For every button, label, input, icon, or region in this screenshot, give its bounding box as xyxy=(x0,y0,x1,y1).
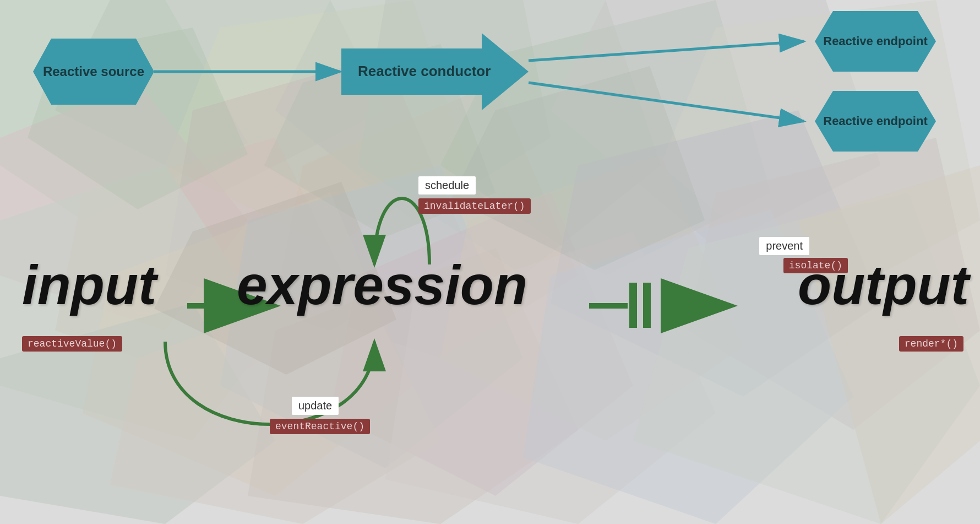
reactive-endpoint-1-label: Reactive endpoint xyxy=(823,34,927,48)
update-label-box: update xyxy=(292,397,339,415)
expression-label: expression xyxy=(237,253,527,317)
event-reactive-badge: eventReactive() xyxy=(270,419,370,434)
reactive-source-label: Reactive source xyxy=(43,64,144,80)
svg-line-36 xyxy=(529,83,804,121)
svg-line-35 xyxy=(529,41,804,61)
reactive-endpoint-2-label: Reactive endpoint xyxy=(823,114,927,128)
prevent-label-box: prevent xyxy=(759,237,809,255)
reactive-endpoint-1-shape: Reactive endpoint xyxy=(815,11,936,72)
reactive-conductor-label: Reactive conductor xyxy=(358,63,524,80)
svg-rect-40 xyxy=(629,283,637,328)
reactive-source-shape: Reactive source xyxy=(33,39,154,105)
schedule-label-box: schedule xyxy=(418,176,476,195)
reactive-endpoint-2-shape: Reactive endpoint xyxy=(815,91,936,152)
reactive-value-badge: reactiveValue() xyxy=(22,336,122,352)
isolate-badge: isolate() xyxy=(783,258,848,273)
input-label: input xyxy=(22,253,156,317)
reactive-conductor-shape: Reactive conductor xyxy=(341,33,529,110)
invalidate-later-badge: invalidateLater() xyxy=(418,198,531,214)
render-badge: render*() xyxy=(899,336,963,352)
svg-rect-41 xyxy=(643,283,651,328)
